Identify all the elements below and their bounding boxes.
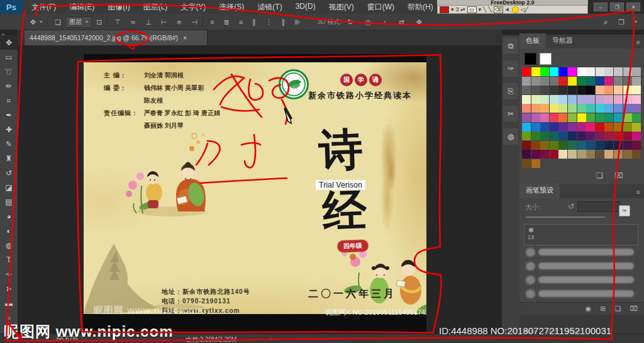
swatch-7-11[interactable]	[623, 132, 632, 140]
menu-item-3[interactable]: 图层(L)	[143, 2, 168, 13]
foreground-color-swatch[interactable]	[525, 53, 536, 65]
auto-select-target-dropdown[interactable]: 图层▾	[65, 16, 92, 28]
swatch-9-10[interactable]	[614, 150, 623, 159]
swatch-2-9[interactable]	[604, 86, 613, 94]
align-top-icon[interactable]: ⊤	[114, 18, 121, 26]
tool-preset-dropdown-icon[interactable]: ▾	[40, 18, 42, 26]
swatch-2-7[interactable]	[586, 86, 595, 94]
swatch-7-5[interactable]	[568, 132, 577, 140]
eraser-tool[interactable]: ◪	[0, 180, 18, 194]
swatch-3-12[interactable]	[632, 95, 641, 104]
swatch-3-11[interactable]	[623, 95, 632, 104]
swatch-8-7[interactable]	[586, 141, 595, 150]
swatch-3-6[interactable]	[577, 95, 586, 104]
clone-stamp-tool[interactable]: ♜	[0, 151, 18, 166]
swatch-4-4[interactable]	[558, 104, 567, 113]
swatch-0-7[interactable]	[586, 67, 595, 76]
thickness-stepper-icon[interactable]: ▴▾	[461, 6, 465, 13]
healing-brush-tool[interactable]: ✚	[0, 122, 18, 137]
swatch-6-2[interactable]	[540, 123, 549, 132]
swatch-9-3[interactable]	[550, 150, 558, 159]
creative-cloud-panel-icon[interactable]: ◍	[503, 128, 518, 145]
swatch-3-10[interactable]	[614, 95, 623, 104]
quick-selection-tool[interactable]: ✏	[0, 79, 18, 93]
arrow-line-icon[interactable]: ╲	[489, 6, 492, 13]
menu-item-1[interactable]: 编辑(E)	[69, 2, 94, 13]
swatch-4-9[interactable]	[604, 104, 613, 113]
brush-reset-icon[interactable]: ↺	[568, 202, 574, 211]
status-chevron-icon[interactable]: ›	[270, 335, 272, 342]
crop-tool[interactable]: ⌗	[0, 93, 18, 108]
type-tool[interactable]: T	[0, 252, 18, 267]
mute-icon[interactable]: ◁╱	[521, 6, 528, 13]
swatch-1-11[interactable]	[623, 77, 632, 86]
swatch-1-2[interactable]	[540, 77, 549, 86]
preset-manager-icon[interactable]: ⊞	[600, 305, 606, 313]
swatch-3-9[interactable]	[604, 95, 613, 104]
swatch-2-3[interactable]	[550, 86, 558, 94]
swatch-1-5[interactable]	[568, 77, 577, 86]
swatch-8-5[interactable]	[568, 141, 577, 150]
swatch-2-1[interactable]	[531, 86, 540, 94]
brush-stroke-0[interactable]	[538, 249, 634, 256]
3d-scale-icon[interactable]: ✥	[416, 18, 422, 26]
swatch-6-3[interactable]	[550, 123, 558, 132]
menu-item-6[interactable]: 滤镜(T)	[257, 2, 282, 13]
menu-item-5[interactable]: 选择(S)	[219, 2, 244, 13]
menu-item-0[interactable]: 文件(F)	[31, 2, 56, 13]
move-tool-icon[interactable]: ✥	[30, 18, 36, 26]
swatch-2-2[interactable]	[540, 86, 549, 94]
swatch-7-2[interactable]	[540, 132, 549, 140]
swatch-1-6[interactable]	[577, 77, 586, 86]
swatch-8-3[interactable]	[550, 141, 558, 150]
swatch-6-1[interactable]	[531, 123, 540, 132]
swatch-7-4[interactable]	[558, 132, 567, 140]
align-left-icon[interactable]: ⊢	[161, 18, 167, 26]
swatch-8-2[interactable]	[540, 141, 549, 150]
swatch-6-9[interactable]	[604, 123, 613, 132]
swatch-5-5[interactable]	[568, 113, 577, 122]
swatch-5-7[interactable]	[586, 113, 595, 122]
tool-presets-panel-icon[interactable]: ✂	[503, 106, 518, 122]
3d-slide-icon[interactable]: ⇄	[398, 18, 404, 26]
highlighter-icon[interactable]	[512, 6, 519, 13]
swatch-6-7[interactable]	[586, 123, 595, 132]
swatch-2-8[interactable]	[596, 86, 604, 94]
align-bottom-icon[interactable]: ⊥	[145, 18, 152, 26]
swatch-4-3[interactable]	[550, 104, 558, 113]
brush-size-slider[interactable]	[526, 216, 605, 218]
swatch-0-11[interactable]	[623, 67, 632, 76]
new-swatch-icon[interactable]: ❏	[596, 171, 603, 180]
brush-thumb-1[interactable]	[526, 262, 535, 271]
swatch-7-9[interactable]	[604, 132, 613, 140]
swatch-3-8[interactable]	[596, 95, 604, 104]
swatch-5-4[interactable]	[558, 113, 567, 122]
distribute-bottom-icon[interactable]: ≡	[239, 18, 243, 26]
swatch-8-1[interactable]	[531, 141, 540, 150]
swatch-6-0[interactable]	[522, 123, 531, 132]
swatch-0-1[interactable]	[531, 67, 540, 76]
swatch-2-11[interactable]	[623, 86, 632, 94]
eraser-icon[interactable]: ⌫	[494, 6, 503, 13]
swatch-6-10[interactable]	[614, 123, 623, 132]
swatch-5-8[interactable]	[596, 113, 604, 122]
swatch-7-7[interactable]	[586, 132, 595, 140]
swatch-2-12[interactable]	[632, 86, 641, 94]
swatch-7-6[interactable]	[577, 132, 586, 140]
swatch-1-12[interactable]	[632, 77, 641, 86]
search-icon[interactable]: ⌕	[604, 18, 608, 26]
brush-stroke-2[interactable]	[538, 276, 634, 283]
swatch-1-1[interactable]	[531, 77, 540, 86]
brush-panel-menu-icon[interactable]: ≡	[633, 186, 644, 198]
thickness-value[interactable]: 3	[456, 6, 459, 13]
shape-dropdown-icon[interactable]: ▾	[479, 6, 482, 13]
auto-select-icon[interactable]: ❑	[55, 18, 61, 26]
swatch-0-9[interactable]	[604, 67, 613, 76]
path-selection-tool[interactable]: ➤	[0, 281, 18, 296]
swatch-0-4[interactable]	[558, 67, 567, 76]
swatch-4-6[interactable]	[577, 104, 586, 113]
swatch-7-0[interactable]	[522, 132, 531, 140]
swatch-9-7[interactable]	[586, 150, 595, 159]
swatch-8-8[interactable]	[596, 141, 604, 150]
bristle-preview-icon[interactable]: ◉	[586, 305, 592, 313]
